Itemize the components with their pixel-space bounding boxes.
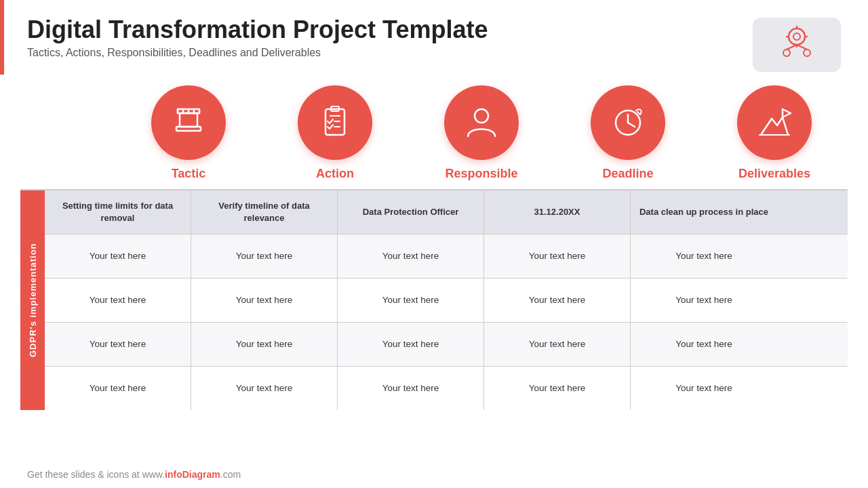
cell-tactic-0: Setting time limits for data removal — [45, 190, 191, 234]
cell-deadline-0: 31.12.20XX — [484, 190, 631, 234]
footer-brand: infoDiagram — [165, 469, 220, 480]
icons-row: Tactic Action Responsible — [0, 85, 868, 181]
cell-tactic-2: Your text here — [45, 279, 191, 322]
svg-line-8 — [787, 45, 797, 49]
clock-icon — [608, 102, 648, 143]
svg-point-7 — [804, 49, 810, 56]
logo-icon — [773, 23, 821, 66]
flag-mountain-icon — [754, 102, 795, 143]
responsible-icon-circle — [444, 85, 519, 160]
cell-responsible-4: Your text here — [338, 367, 484, 410]
footer-text-after: .com — [220, 469, 241, 480]
responsible-label: Responsible — [445, 167, 517, 181]
svg-rect-12 — [176, 127, 201, 131]
deliverables-label: Deliverables — [738, 167, 810, 181]
cell-action-2: Your text here — [191, 279, 338, 322]
table-inner: Setting time limits for data removal Ver… — [45, 190, 848, 410]
cell-deadline-1: Your text here — [484, 235, 631, 278]
page-subtitle: Tactics, Actions, Responsibilities, Dead… — [27, 47, 488, 59]
svg-point-23 — [475, 109, 488, 123]
action-label: Action — [316, 167, 354, 181]
footer: Get these slides & icons at www.infoDiag… — [27, 469, 241, 480]
cell-action-3: Your text here — [191, 323, 338, 366]
table-row: Your text here Your text here Your text … — [45, 367, 848, 410]
cell-action-4: Your text here — [191, 367, 338, 410]
cell-action-1: Your text here — [191, 235, 338, 278]
svg-point-6 — [783, 49, 790, 56]
svg-line-27 — [637, 112, 640, 115]
header-left: Digital Transformation Project Template … — [27, 15, 488, 59]
deliverables-icon-circle — [737, 85, 812, 160]
cell-responsible-2: Your text here — [338, 279, 484, 322]
page-title: Digital Transformation Project Template — [27, 15, 488, 44]
icon-col-tactic: Tactic — [115, 85, 262, 181]
header: Digital Transformation Project Template … — [0, 0, 868, 79]
cell-deliverables-0: Data clean up process in place — [631, 190, 777, 234]
table-row: Setting time limits for data removal Ver… — [45, 190, 848, 235]
cell-action-0: Verify timeline of data relevance — [191, 190, 338, 234]
cell-responsible-0: Data Protection Officer — [338, 190, 484, 234]
header-logo — [753, 18, 841, 72]
side-label: GDPR's implementation — [20, 190, 45, 410]
cell-deadline-3: Your text here — [484, 323, 631, 366]
svg-point-0 — [789, 28, 805, 45]
cell-responsible-1: Your text here — [338, 235, 484, 278]
table-wrapper: GDPR's implementation Setting time limit… — [20, 189, 848, 410]
icon-col-deadline: Deadline — [555, 85, 701, 181]
tactic-icon-circle — [151, 85, 226, 160]
icon-col-responsible: Responsible — [408, 85, 555, 181]
tactic-label: Tactic — [172, 167, 206, 181]
table-row: Your text here Your text here Your text … — [45, 235, 848, 279]
header-accent — [0, 0, 4, 75]
icon-col-action: Action — [262, 85, 408, 181]
svg-line-9 — [797, 45, 807, 49]
cell-tactic-1: Your text here — [45, 235, 191, 278]
footer-text-before: Get these slides & icons at www. — [27, 469, 165, 480]
checklist-icon — [315, 102, 355, 143]
cell-deliverables-1: Your text here — [631, 235, 777, 278]
cell-deadline-4: Your text here — [484, 367, 631, 410]
cell-deadline-2: Your text here — [484, 279, 631, 322]
deadline-label: Deadline — [602, 167, 653, 181]
cell-deliverables-2: Your text here — [631, 279, 777, 322]
table-row: Your text here Your text here Your text … — [45, 279, 848, 323]
cell-responsible-3: Your text here — [338, 323, 484, 366]
svg-rect-11 — [180, 113, 197, 127]
icon-col-deliverables: Deliverables — [701, 85, 848, 181]
person-icon — [461, 102, 502, 143]
cell-tactic-3: Your text here — [45, 323, 191, 366]
svg-line-26 — [628, 123, 635, 127]
deadline-icon-circle — [591, 85, 665, 160]
chess-rook-icon — [168, 102, 209, 143]
action-icon-circle — [298, 85, 372, 160]
cell-deliverables-3: Your text here — [631, 323, 777, 366]
table-row: Your text here Your text here Your text … — [45, 323, 848, 367]
cell-tactic-4: Your text here — [45, 367, 191, 410]
cell-deliverables-4: Your text here — [631, 367, 777, 410]
svg-point-1 — [793, 33, 800, 40]
